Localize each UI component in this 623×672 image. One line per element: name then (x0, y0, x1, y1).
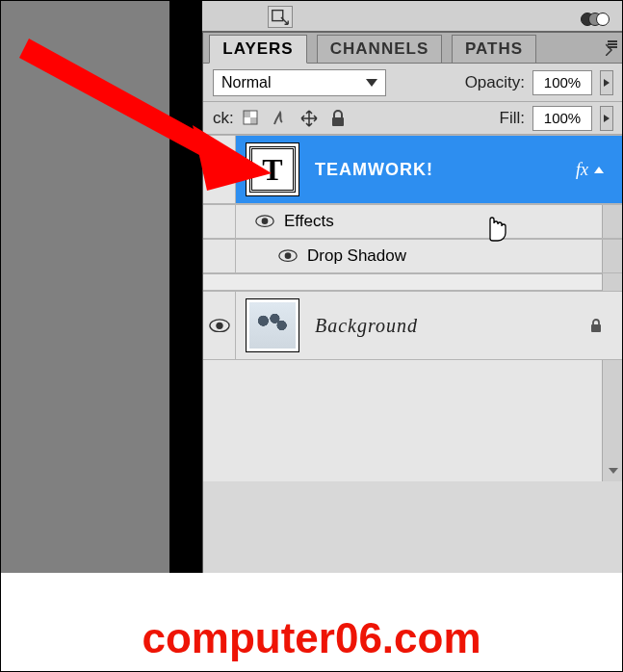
drop-shadow-label: Drop Shadow (307, 246, 406, 266)
svg-rect-7 (244, 117, 250, 124)
visibility-eye-icon[interactable] (209, 319, 230, 333)
opacity-label: Opacity: (465, 73, 525, 92)
fx-label: fx (576, 160, 588, 180)
tab-layers[interactable]: LAYERS (209, 35, 307, 64)
svg-rect-3 (608, 46, 617, 48)
layer-effect-dropshadow[interactable]: Drop Shadow (203, 239, 623, 273)
lock-fill-row: ck: Fill: 100% (203, 102, 623, 135)
visibility-eye-icon[interactable] (209, 163, 230, 177)
blend-mode-value: Normal (221, 74, 272, 91)
svg-point-17 (216, 322, 222, 328)
layer-row-teamwork[interactable]: T TEAMWORK! fx (203, 135, 623, 204)
effects-label: Effects (284, 212, 334, 231)
color-swatches-icon[interactable] (581, 11, 611, 28)
tab-paths[interactable]: PATHS (452, 35, 536, 64)
lock-all-icon[interactable] (328, 109, 348, 128)
watermark-text: computer06.com (0, 614, 623, 662)
fill-flyout-icon[interactable] (600, 106, 613, 131)
canvas-area (0, 0, 202, 573)
type-layer-icon: T (249, 146, 296, 193)
layer-row-background[interactable]: Background (203, 291, 623, 360)
opacity-input[interactable]: 100% (532, 70, 592, 95)
layer-list: T TEAMWORK! fx Effects Drop Shadow (203, 135, 623, 481)
lock-position-icon[interactable] (299, 109, 319, 128)
commit-transform-button[interactable] (268, 6, 293, 28)
fx-collapse-icon (594, 167, 604, 173)
svg-rect-0 (273, 11, 283, 21)
svg-rect-1 (608, 40, 617, 42)
visibility-eye-icon[interactable] (278, 249, 298, 262)
panel-menu-icon[interactable] (606, 40, 617, 56)
tab-channels[interactable]: CHANNELS (317, 35, 442, 64)
chevron-down-icon (366, 79, 377, 87)
options-bar (202, 0, 623, 33)
lock-transparent-icon[interactable] (242, 109, 261, 128)
svg-rect-4 (244, 111, 250, 117)
opacity-flyout-icon[interactable] (600, 70, 613, 95)
panel-tabs: LAYERS CHANNELS PATHS (203, 33, 623, 64)
lock-label: ck: (213, 109, 234, 128)
svg-point-15 (285, 253, 292, 260)
svg-rect-9 (332, 117, 344, 126)
svg-rect-18 (591, 324, 601, 332)
layer-effects-row[interactable]: Effects (203, 204, 623, 239)
svg-rect-6 (250, 111, 257, 117)
svg-point-13 (262, 219, 269, 225)
layers-panel: LAYERS CHANNELS PATHS Normal Opacity: 10… (202, 33, 623, 573)
blend-mode-select[interactable]: Normal (213, 69, 386, 96)
svg-point-11 (216, 166, 222, 172)
fill-input[interactable]: 100% (532, 106, 592, 131)
svg-rect-2 (608, 43, 617, 45)
visibility-eye-icon[interactable] (255, 215, 274, 227)
layer-thumbnail-image[interactable] (246, 298, 299, 352)
layer-thumbnail-text[interactable]: T (246, 142, 299, 196)
fill-label: Fill: (500, 109, 525, 128)
layer-name[interactable]: TEAMWORK! (315, 160, 433, 180)
lock-icon (588, 318, 604, 333)
svg-rect-5 (250, 117, 257, 124)
layer-name[interactable]: Background (315, 315, 418, 337)
blend-opacity-row: Normal Opacity: 100% (203, 64, 623, 102)
layer-fx-indicator[interactable]: fx (576, 160, 604, 180)
lock-image-icon[interactable] (271, 109, 290, 128)
